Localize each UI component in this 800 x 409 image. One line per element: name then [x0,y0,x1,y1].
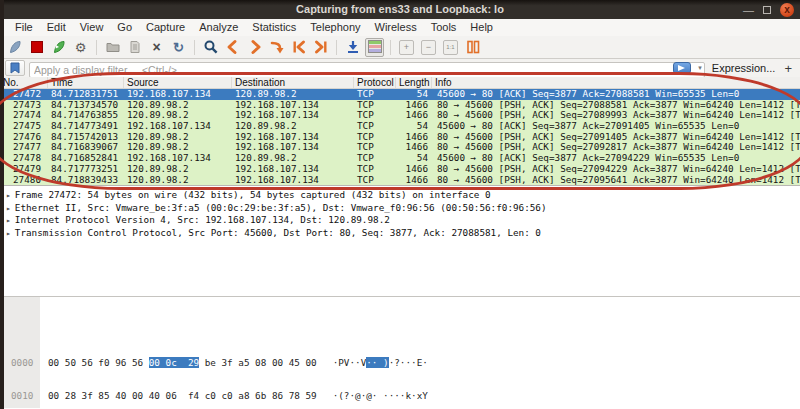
packet-row-27480[interactable]: 2748084.718839433120.89.98.2192.168.107.… [0,175,800,186]
ascii-bytes[interactable]: ·PV··V·· )·?···E· [333,357,428,368]
cell-destination: 192.168.107.134 [232,142,354,153]
zoom-original-button[interactable]: 1:1 [441,38,460,57]
menu-edit[interactable]: Edit [40,19,73,36]
menu-telephony[interactable]: Telephony [303,19,367,36]
packet-row-27479[interactable]: 2747984.717773251120.89.98.2192.168.107.… [0,164,800,175]
cell-info: 80 → 45600 [PSH, ACK] Seq=27094229 Ack=3… [432,164,800,175]
cell-destination: 192.168.107.134 [232,100,354,111]
go-back-button[interactable] [223,38,242,57]
cell-destination: 192.168.107.134 [232,164,354,175]
gear-icon: ⚙ [75,41,87,54]
cell-no: 27479 [0,164,48,175]
packet-row-27473[interactable]: 2747384.713734570120.89.98.2192.168.107.… [0,100,800,111]
col-header-source[interactable]: Source [124,77,232,88]
capture-options-button[interactable]: ⚙ [71,38,90,57]
go-last-packet-button[interactable] [311,38,330,57]
colorize-icon [368,40,382,54]
packet-row-27474[interactable]: 2747484.714763855120.89.98.2192.168.107.… [0,110,800,121]
cell-no: 27478 [0,153,48,164]
ascii-bytes[interactable]: ·(?·@·@· ····k·xY [333,390,428,401]
expander-icon[interactable]: ▸ [6,191,15,200]
toolbar-separator [96,40,97,55]
cell-no: 27473 [0,100,48,111]
menu-go[interactable]: Go [110,19,139,36]
detail-ip[interactable]: ▸Internet Protocol Version 4, Src: 192.1… [0,214,800,227]
packet-row-27475[interactable]: 2747584.714773491192.168.107.134120.89.9… [0,121,800,132]
col-header-info[interactable]: Info [432,77,800,88]
reload-button[interactable]: ↻ [169,38,188,57]
cell-destination: 120.89.98.2 [232,89,354,100]
menu-tools[interactable]: Tools [424,19,464,36]
expression-button[interactable]: Expression... [709,62,779,74]
packet-row-27477[interactable]: 2747784.716839067120.89.98.2192.168.107.… [0,142,800,153]
cell-time: 84.714773491 [48,121,124,132]
detail-frame[interactable]: ▸Frame 27472: 54 bytes on wire (432 bits… [0,189,800,202]
expander-icon[interactable]: ▸ [6,204,15,213]
go-forward-button[interactable] [245,38,264,57]
hex-bytes[interactable]: 00 28 3f 85 40 00 40 06 f4 c0 c0 a8 6b 8… [48,390,317,401]
menu-wireless[interactable]: Wireless [368,19,424,36]
menu-file[interactable]: File [8,19,40,36]
save-file-button[interactable] [125,38,144,57]
go-to-packet-button[interactable] [267,38,286,57]
colorize-packets-button[interactable] [365,38,384,57]
reload-icon: ↻ [173,41,184,54]
minimize-button[interactable]: — [743,5,754,15]
menu-analyze[interactable]: Analyze [192,19,245,36]
menu-help[interactable]: Help [463,19,500,36]
col-header-destination[interactable]: Destination [232,77,354,88]
col-header-protocol[interactable]: Protocol [354,77,396,88]
add-filter-button[interactable]: + [782,61,796,76]
cell-time: 84.716852841 [48,153,124,164]
go-first-packet-button[interactable] [289,38,308,57]
filter-bookmark-button[interactable] [5,60,25,76]
menu-capture[interactable]: Capture [139,19,192,36]
auto-scroll-button[interactable] [343,38,362,57]
packet-row-27476[interactable]: 2747684.715742013120.89.98.2192.168.107.… [0,132,800,143]
menu-view[interactable]: View [73,19,111,36]
packet-row-27478[interactable]: 2747884.716852841192.168.107.134120.89.9… [0,153,800,164]
maximize-button[interactable] [763,6,771,14]
detail-tcp[interactable]: ▸Transmission Control Protocol, Src Port… [0,227,800,240]
menu-statistics[interactable]: Statistics [245,19,303,36]
display-filter-input[interactable] [29,62,705,78]
close-button[interactable]: x [780,3,794,17]
find-packet-button[interactable] [201,38,220,57]
cell-length: 54 [396,89,432,100]
close-capture-icon: × [152,40,160,54]
close-capture-button[interactable]: × [147,38,166,57]
start-capture-button[interactable] [5,38,24,57]
detail-ethernet[interactable]: ▸Ethernet II, Src: Vmware_be:3f:a5 (00:0… [0,202,800,215]
cell-destination: 192.168.107.134 [232,175,354,186]
col-header-length[interactable]: Length [396,77,432,88]
hex-row-0010[interactable]: 001000 28 3f 85 40 00 40 06 f4 c0 c0 a8 … [0,390,800,401]
titlebar[interactable]: Capturing from ens33 and Loopback: lo — … [0,0,800,19]
hex-selected-bytes: 00 0c 29 [149,357,199,368]
cell-protocol: TCP [354,142,396,153]
expander-icon[interactable]: ▸ [6,216,15,225]
open-file-button[interactable] [103,38,122,57]
expander-icon[interactable]: ▸ [6,229,15,238]
zoom-in-button[interactable]: + [397,38,416,57]
hex-row-0000[interactable]: 000000 50 56 f0 96 56 00 0c 29 be 3f a5 … [0,357,800,368]
col-header-no[interactable]: No. [0,77,48,88]
hex-bytes[interactable]: 00 50 56 f0 96 56 00 0c 29 be 3f a5 08 0… [48,357,317,368]
packet-bytes-pane: 000000 50 56 f0 96 56 00 0c 29 be 3f a5 … [0,296,800,408]
zoom-in-icon: + [399,40,414,55]
cell-no: 27477 [0,142,48,153]
cell-no: 27474 [0,110,48,121]
zoom-out-button[interactable]: − [419,38,438,57]
resize-columns-button[interactable] [463,38,482,57]
cell-protocol: TCP [354,100,396,111]
restart-capture-button[interactable] [49,38,68,57]
cell-info: 80 → 45600 [PSH, ACK] Seq=27091405 Ack=3… [432,132,800,143]
col-header-time[interactable]: Time [48,77,124,88]
cell-time: 84.714763855 [48,110,124,121]
apply-filter-button[interactable] [673,62,691,74]
filter-dropdown-caret[interactable]: ▾ [698,64,702,72]
stop-capture-button[interactable] [27,38,46,57]
cell-info: 80 → 45600 [PSH, ACK] Seq=27095641 Ack=3… [432,175,800,186]
packet-row-27472[interactable]: 2747284.712831751192.168.107.134120.89.9… [0,89,800,100]
cell-length: 54 [396,153,432,164]
cell-length: 1466 [396,100,432,111]
